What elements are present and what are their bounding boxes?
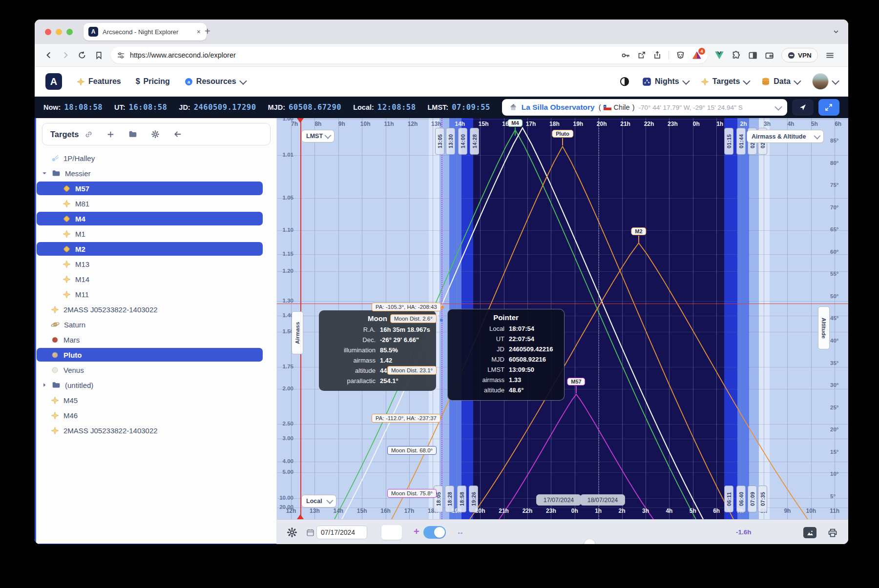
add-target-icon[interactable] bbox=[106, 130, 115, 139]
collapse-panel-icon[interactable] bbox=[173, 130, 182, 139]
sidebar-item-m14[interactable]: M14 bbox=[37, 272, 263, 286]
offset-arrows-icon[interactable]: ↔ bbox=[457, 527, 464, 536]
new-tab-button[interactable]: + bbox=[205, 26, 210, 36]
sidebar-item-m1[interactable]: M1 bbox=[37, 227, 263, 241]
airmass-plot[interactable]: 7h8h9h10h11h12h13h14h15h16h17h18h19h20h2… bbox=[277, 118, 848, 519]
expand-icon bbox=[825, 103, 833, 111]
plus-icon[interactable]: + bbox=[414, 526, 419, 537]
sidebar-item-m4[interactable]: M4 bbox=[37, 212, 263, 225]
y-axis-mode-dropdown[interactable]: Airmass & Altitude bbox=[747, 130, 824, 143]
settings-gear-icon[interactable] bbox=[151, 130, 160, 139]
nav-targets[interactable]: Targets bbox=[701, 77, 749, 86]
mars-icon bbox=[51, 336, 59, 344]
bottom-axis-scale-dropdown[interactable]: Local bbox=[301, 495, 336, 507]
date-flag: 17/07/2024 bbox=[536, 494, 581, 506]
minimize-window-button[interactable] bbox=[56, 29, 62, 35]
sidebar-item-m11[interactable]: M11 bbox=[37, 287, 263, 301]
nav-features[interactable]: Features bbox=[77, 77, 121, 86]
top-axis-hour: 7h bbox=[291, 121, 298, 127]
airmass-tick: 3.00 bbox=[278, 435, 293, 441]
tooltip-row-label: altitude bbox=[454, 385, 504, 395]
sidebar-item-1p-halley[interactable]: 1P/Halley bbox=[37, 151, 263, 165]
close-tab-icon[interactable]: × bbox=[196, 28, 202, 36]
sidebar-item-m57[interactable]: M57 bbox=[37, 182, 263, 195]
tooltip-row-value: 1.42 bbox=[380, 355, 392, 365]
sidebar-item-venus[interactable]: Venus bbox=[37, 363, 263, 377]
address-bar[interactable]: https://www.arcsecond.io/explorer 4 bbox=[111, 47, 708, 63]
chevron-down-icon bbox=[774, 103, 782, 111]
nav-nights[interactable]: Nights bbox=[642, 77, 688, 86]
arcsecond-logo[interactable]: A bbox=[45, 73, 62, 90]
theme-contrast-icon[interactable] bbox=[620, 77, 629, 86]
site-settings-icon[interactable] bbox=[117, 51, 125, 60]
sidebar-item-m13[interactable]: M13 bbox=[37, 257, 263, 271]
sidebar-item-m81[interactable]: M81 bbox=[37, 197, 263, 210]
top-axis-scale-dropdown[interactable]: LMST bbox=[301, 130, 335, 142]
tab-search-chevron-icon[interactable] bbox=[833, 28, 839, 35]
sidebar-item-mars[interactable]: Mars bbox=[37, 333, 263, 346]
slider-knob[interactable] bbox=[584, 539, 595, 544]
chevron-down-icon[interactable] bbox=[42, 170, 47, 176]
live-toggle[interactable] bbox=[423, 526, 446, 539]
brave-shields-icon[interactable] bbox=[676, 51, 685, 60]
share-icon[interactable] bbox=[653, 51, 662, 60]
nav-pricing[interactable]: $ Pricing bbox=[136, 77, 170, 86]
sidebar-item-messier[interactable]: Messier bbox=[37, 166, 263, 180]
bottom-axis-hour: 21h bbox=[499, 507, 509, 514]
chart-settings-gear-icon[interactable] bbox=[287, 527, 297, 538]
sidebar-item-m2[interactable]: M2 bbox=[37, 242, 263, 256]
url-text[interactable]: https://www.arcsecond.io/explorer bbox=[130, 51, 621, 59]
targets-panel-header: Targets bbox=[42, 123, 271, 145]
nav-resources[interactable]: a Resources bbox=[185, 77, 245, 86]
time-readout: Now:18:08:58 bbox=[43, 103, 103, 112]
back-icon[interactable] bbox=[41, 51, 57, 60]
vue-devtools-icon[interactable] bbox=[714, 51, 724, 60]
tooltip-row: Dec.-26° 29' 6.66" bbox=[325, 335, 430, 345]
export-image-button[interactable] bbox=[803, 527, 816, 538]
reload-icon[interactable] bbox=[74, 51, 90, 60]
twilight-time-bottom-right: 07:35 bbox=[758, 486, 767, 512]
bookmark-icon[interactable] bbox=[90, 51, 107, 60]
observatory-selector[interactable]: La Silla Observatory ( Chile ) -70° 44' … bbox=[502, 99, 787, 116]
top-axis-hour: 5h bbox=[811, 121, 818, 127]
new-folder-icon[interactable] bbox=[128, 130, 137, 139]
tooltip-row-label: LMST bbox=[454, 365, 504, 375]
time-readout-label: Now: bbox=[43, 103, 61, 111]
forward-icon[interactable] bbox=[57, 51, 74, 60]
fullscreen-button[interactable] bbox=[818, 99, 839, 116]
extension-area: VPN bbox=[714, 48, 835, 62]
vpn-button[interactable]: VPN bbox=[781, 48, 818, 62]
password-key-icon[interactable] bbox=[621, 51, 630, 60]
browser-tab[interactable]: A Arcsecond - Night Explorer × bbox=[84, 23, 207, 41]
print-button[interactable] bbox=[826, 527, 839, 538]
date-input[interactable] bbox=[316, 526, 367, 539]
sidebar-item-pluto[interactable]: Pluto bbox=[37, 348, 263, 362]
locate-button[interactable] bbox=[792, 99, 813, 116]
nav-data[interactable]: Data bbox=[761, 77, 799, 86]
sidebar-item-m45[interactable]: M45 bbox=[37, 393, 263, 407]
close-window-button[interactable] bbox=[45, 29, 51, 35]
avatar[interactable] bbox=[812, 73, 829, 90]
top-axis-scale-dropdown-value: LMST bbox=[306, 133, 323, 140]
sidebar-item-saturn[interactable]: Saturn bbox=[37, 318, 263, 331]
user-menu[interactable] bbox=[812, 73, 837, 90]
maximize-window-button[interactable] bbox=[66, 29, 73, 35]
altitude-tick: 15° bbox=[830, 449, 838, 455]
dollar-icon: $ bbox=[136, 77, 140, 86]
chevron-right-icon[interactable] bbox=[42, 382, 47, 388]
chevron-down-icon bbox=[743, 77, 751, 85]
sidebar-item-2mass-j05233822-1403022[interactable]: 2MASS J05233822-1403022 bbox=[37, 303, 263, 316]
chart-annotation: Moon Dist. 2.6° bbox=[390, 314, 437, 323]
toggle-knob[interactable] bbox=[434, 527, 445, 538]
arcsecond-extension-icon[interactable]: 4 bbox=[692, 50, 702, 60]
sidebar-item-m46[interactable]: M46 bbox=[37, 408, 263, 422]
sidebar-panel-icon[interactable] bbox=[748, 51, 757, 60]
time-input[interactable] bbox=[381, 525, 402, 540]
link-icon[interactable] bbox=[84, 130, 93, 139]
wallet-icon[interactable] bbox=[765, 51, 774, 60]
sidebar-item-2mass-j05233822-1403022[interactable]: 2MASS J05233822-1403022 bbox=[37, 424, 263, 437]
sidebar-item--untitled-[interactable]: (untitled) bbox=[37, 378, 263, 392]
menu-hamburger-icon[interactable] bbox=[825, 51, 835, 60]
open-in-new-icon[interactable] bbox=[637, 51, 646, 60]
extensions-puzzle-icon[interactable] bbox=[732, 51, 741, 60]
